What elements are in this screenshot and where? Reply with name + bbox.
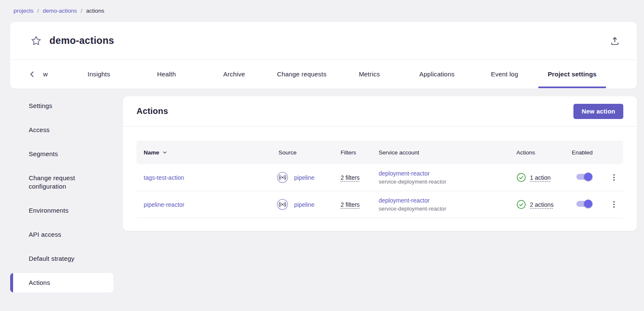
actions-panel: Actions New action Name Source Filters S… [123, 96, 637, 231]
upload-icon [610, 36, 620, 46]
tab-metrics[interactable]: Metrics [336, 60, 403, 88]
tab-health[interactable]: Health [133, 60, 200, 88]
breadcrumb-separator: / [81, 8, 82, 14]
service-account-token: service-deployment-reactor [379, 206, 509, 212]
actions-count[interactable]: 1 action [530, 174, 551, 181]
tab-insights[interactable]: Insights [65, 60, 133, 88]
tab-applications[interactable]: Applications [403, 60, 471, 88]
filters-count[interactable]: 2 filters [341, 201, 360, 208]
column-header-actions: Actions [509, 149, 565, 156]
new-action-button[interactable]: New action [573, 104, 623, 119]
table-row: tags-test-action pipeline 2 filters depl… [136, 164, 623, 191]
tabs-scroll-left-button[interactable] [24, 60, 41, 88]
signal-source-icon [277, 172, 288, 183]
action-name-link[interactable]: pipeline-reactor [144, 201, 185, 208]
enabled-toggle[interactable] [575, 200, 592, 208]
export-button[interactable] [608, 34, 622, 48]
sidebar-item-change-request-configuration[interactable]: Change request configuration [10, 168, 113, 196]
column-header-name-label: Name [144, 149, 159, 156]
check-circle-icon [516, 200, 526, 209]
tab-change-requests[interactable]: Change requests [268, 60, 336, 88]
actions-count[interactable]: 2 actions [530, 201, 554, 208]
star-icon [30, 35, 42, 46]
signal-source-icon [277, 199, 288, 210]
tab-archive[interactable]: Archive [200, 60, 268, 88]
table-row: pipeline-reactor pipeline 2 filters depl… [136, 191, 623, 218]
sidebar-item-api-access[interactable]: API access [10, 225, 113, 244]
table-header-row: Name Source Filters Service account Acti… [136, 141, 623, 164]
settings-sidebar: Settings Access Segments Change request … [10, 96, 113, 297]
column-header-filters: Filters [333, 149, 371, 156]
favorite-star-button[interactable] [29, 33, 44, 48]
service-account-link[interactable]: deployment-reactor [379, 197, 509, 204]
service-account-link[interactable]: deployment-reactor [379, 170, 509, 177]
sidebar-item-actions[interactable]: Actions [10, 273, 113, 292]
row-menu-button[interactable] [607, 171, 621, 184]
sidebar-item-settings[interactable]: Settings [10, 96, 113, 116]
tab-overview-clipped[interactable]: w [41, 60, 65, 88]
breadcrumb: projects / demo-actions / actions [14, 8, 104, 14]
source-link[interactable]: pipeline [294, 174, 314, 181]
page-title: demo-actions [49, 35, 114, 46]
kebab-icon [613, 174, 615, 181]
filters-count[interactable]: 2 filters [341, 174, 360, 181]
breadcrumb-separator: / [37, 8, 39, 14]
breadcrumb-project[interactable]: demo-actions [43, 8, 77, 14]
breadcrumb-current: actions [86, 8, 104, 14]
panel-title: Actions [136, 106, 168, 116]
sort-chevron-down-icon [161, 149, 168, 156]
project-header: demo-actions [10, 22, 637, 60]
sidebar-item-environments[interactable]: Environments [10, 201, 113, 220]
project-header-card: demo-actions w Insights Health Archive C… [10, 22, 637, 89]
tab-project-settings[interactable]: Project settings [538, 60, 606, 88]
column-header-service-account: Service account [371, 149, 509, 156]
tab-event-log[interactable]: Event log [471, 60, 538, 88]
enabled-toggle[interactable] [575, 173, 592, 181]
check-circle-icon [516, 173, 526, 182]
service-account-token: service-deployment-reactor [379, 178, 509, 185]
actions-table: Name Source Filters Service account Acti… [123, 127, 637, 218]
breadcrumb-projects[interactable]: projects [14, 8, 33, 14]
row-menu-button[interactable] [607, 198, 621, 211]
actions-panel-header: Actions New action [123, 96, 637, 127]
source-link[interactable]: pipeline [294, 201, 314, 208]
kebab-icon [613, 201, 615, 208]
project-tabbar: w Insights Health Archive Change request… [10, 60, 637, 88]
column-header-enabled: Enabled [565, 149, 605, 156]
action-name-link[interactable]: tags-test-action [144, 174, 184, 181]
chevron-left-icon [27, 70, 37, 79]
column-header-name[interactable]: Name [136, 149, 271, 156]
sidebar-item-access[interactable]: Access [10, 120, 113, 140]
sidebar-item-default-strategy[interactable]: Default strategy [10, 249, 113, 268]
column-header-source: Source [271, 149, 333, 156]
sidebar-item-segments[interactable]: Segments [10, 144, 113, 164]
